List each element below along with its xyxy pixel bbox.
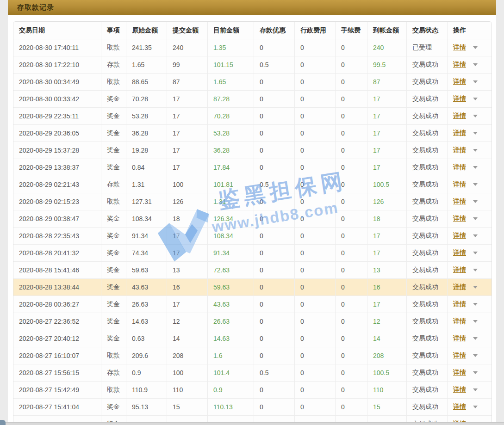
caret-down-icon[interactable] — [473, 303, 478, 306]
detail-link[interactable]: 详情 — [453, 369, 466, 376]
cell-bonus: 0 — [254, 108, 295, 125]
caret-down-icon[interactable] — [473, 406, 478, 408]
caret-down-icon[interactable] — [473, 200, 478, 203]
cell-action: 详情 — [448, 262, 492, 279]
caret-down-icon[interactable] — [473, 115, 478, 117]
caret-down-icon[interactable] — [473, 149, 478, 152]
detail-link[interactable]: 详情 — [453, 386, 466, 393]
cell-submitted: 110 — [167, 382, 208, 399]
caret-down-icon[interactable] — [473, 183, 478, 186]
table-row[interactable]: 2020-08-29 02:21:43存款1.31100101.810.5001… — [13, 176, 492, 193]
detail-link[interactable]: 详情 — [453, 129, 466, 136]
caret-down-icon[interactable] — [473, 354, 478, 357]
cell-type: 奖金 — [101, 279, 126, 296]
detail-link[interactable]: 详情 — [453, 197, 466, 205]
detail-link[interactable]: 详情 — [453, 215, 466, 222]
caret-down-icon[interactable] — [473, 46, 478, 49]
cell-current: 17.84 — [208, 159, 254, 176]
caret-down-icon[interactable] — [473, 371, 478, 374]
detail-link[interactable]: 详情 — [453, 283, 466, 290]
cell-received: 18 — [367, 210, 407, 228]
detail-link[interactable]: 详情 — [453, 249, 466, 256]
detail-link[interactable]: 详情 — [453, 317, 466, 325]
caret-down-icon[interactable] — [473, 63, 478, 66]
detail-link[interactable]: 详情 — [453, 403, 466, 410]
cell-current: 1.31 — [208, 193, 254, 210]
detail-link[interactable]: 详情 — [453, 180, 466, 188]
table-row[interactable]: 2020-08-29 22:35:11奖金53.281770.2800017交易… — [13, 108, 492, 125]
table-row[interactable]: 2020-08-27 20:40:12奖金0.631414.6300014交易成… — [13, 330, 492, 347]
cell-bonus: 0 — [254, 193, 295, 210]
detail-link[interactable]: 详情 — [453, 351, 466, 359]
table-row[interactable]: 2020-08-27 15:41:04奖金95.1315110.1300015交… — [13, 399, 492, 416]
column-header-date: 交易日期 — [13, 22, 101, 39]
table-row[interactable]: 2020-08-29 15:37:28奖金19.281736.2800017交易… — [13, 142, 492, 159]
detail-link[interactable]: 详情 — [453, 78, 466, 85]
cell-admin_fee: 0 — [295, 245, 336, 262]
cell-type: 存款 — [101, 176, 126, 193]
table-row[interactable]: 2020-08-29 13:38:37奖金0.841717.8400017交易成… — [13, 159, 492, 176]
detail-link[interactable]: 详情 — [453, 232, 466, 239]
cell-bonus: 0 — [254, 125, 295, 142]
detail-link[interactable]: 详情 — [453, 146, 466, 154]
cell-status: 交易成功 — [407, 382, 448, 399]
cell-date: 2020-08-27 22:36:52 — [13, 313, 101, 330]
table-row[interactable]: 2020-08-30 00:33:42奖金70.281787.2800017交易… — [13, 91, 492, 108]
table-row[interactable]: 2020-08-28 20:41:32奖金74.341791.3400017交易… — [13, 245, 492, 262]
cell-bonus: 0 — [254, 399, 295, 416]
table-row[interactable]: 2020-08-27 22:36:52奖金14.631226.6300012交易… — [13, 313, 492, 330]
table-row[interactable]: 2020-08-29 02:15:23取款127.311261.31000126… — [13, 193, 492, 210]
caret-down-icon[interactable] — [473, 166, 478, 169]
caret-down-icon[interactable] — [473, 337, 478, 340]
caret-down-icon[interactable] — [473, 234, 478, 237]
detail-link[interactable]: 详情 — [453, 43, 466, 51]
cell-action: 详情 — [448, 382, 492, 399]
cell-admin_fee: 0 — [295, 228, 336, 245]
table-row[interactable]: 2020-08-27 16:10:07取款209.62081.6000208交易… — [13, 347, 492, 364]
detail-link[interactable]: 详情 — [453, 266, 466, 273]
caret-down-icon[interactable] — [473, 80, 478, 83]
table-row[interactable]: 2020-08-28 00:36:27奖金26.631743.6300017交易… — [13, 296, 492, 313]
bottom-scroll-strip[interactable] — [0, 422, 504, 425]
cell-admin_fee: 0 — [295, 262, 336, 279]
caret-down-icon[interactable] — [473, 98, 478, 100]
detail-link[interactable]: 详情 — [453, 334, 466, 342]
detail-link[interactable]: 详情 — [453, 112, 466, 119]
cell-original: 110.9 — [126, 382, 167, 399]
table-row[interactable]: 2020-08-27 15:56:15存款0.9100101.40.500100… — [13, 364, 492, 382]
caret-down-icon[interactable] — [473, 286, 478, 289]
table-row[interactable]: 2020-08-29 20:36:05奖金36.281753.2800017交易… — [13, 125, 492, 142]
detail-link[interactable]: 详情 — [453, 163, 466, 171]
table-row[interactable]: 2020-08-28 15:41:46奖金59.631372.6300013交易… — [13, 262, 492, 279]
cell-current: 53.28 — [208, 125, 254, 142]
table-row[interactable]: 2020-08-29 00:38:47奖金108.3418126.3400018… — [13, 210, 492, 228]
table-row[interactable]: 2020-08-28 13:38:44奖金43.631659.6300016交易… — [13, 279, 492, 296]
cell-fee: 0 — [336, 262, 367, 279]
table-row[interactable]: 2020-08-28 22:35:43奖金91.3417108.3400017交… — [13, 228, 492, 245]
cell-type: 取款 — [101, 347, 126, 364]
detail-link[interactable]: 详情 — [453, 61, 466, 68]
caret-down-icon[interactable] — [473, 320, 478, 323]
caret-down-icon[interactable] — [473, 132, 478, 135]
cell-received: 126 — [367, 193, 407, 210]
column-header-received: 到帐金额 — [367, 22, 407, 39]
detail-link[interactable]: 详情 — [453, 300, 466, 308]
table-row[interactable]: 2020-08-27 15:42:49取款110.91100.9000110交易… — [13, 382, 492, 399]
table-row[interactable]: 2020-08-30 00:34:49取款88.65871.6500087交易成… — [13, 74, 492, 91]
cell-admin_fee: 0 — [295, 347, 336, 364]
cell-status: 交易成功 — [407, 108, 448, 125]
cell-current: 59.63 — [208, 279, 254, 296]
caret-down-icon[interactable] — [473, 388, 478, 391]
cell-original: 43.63 — [126, 279, 167, 296]
cell-fee: 0 — [336, 228, 367, 245]
cell-fee: 0 — [336, 56, 367, 74]
table-row[interactable]: 2020-08-30 17:22:10存款1.6599101.150.50099… — [13, 56, 492, 74]
caret-down-icon[interactable] — [473, 269, 478, 271]
corner-widget[interactable] — [0, 420, 6, 425]
detail-link[interactable]: 详情 — [453, 95, 466, 102]
caret-down-icon[interactable] — [473, 217, 478, 220]
cell-type: 取款 — [101, 74, 126, 91]
caret-down-icon[interactable] — [473, 252, 478, 254]
table-row[interactable]: 2020-08-30 17:40:11取款241.352401.35000240… — [13, 39, 492, 56]
cell-date: 2020-08-28 15:41:46 — [13, 262, 101, 279]
